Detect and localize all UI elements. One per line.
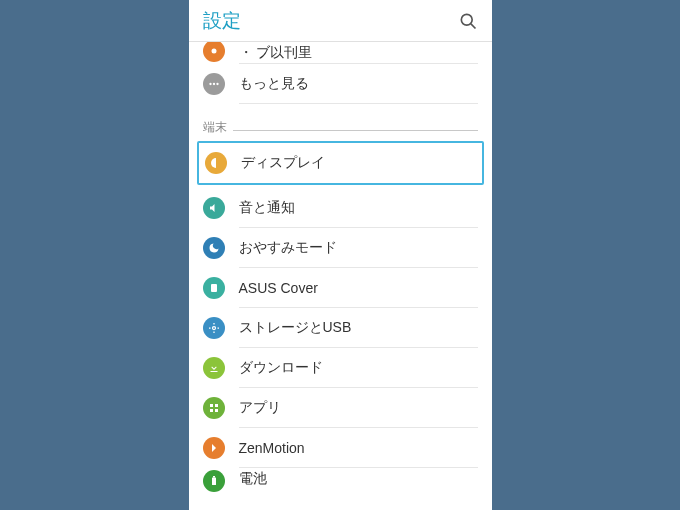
svg-point-2 bbox=[211, 49, 216, 54]
list-item-download[interactable]: ダウンロード bbox=[189, 348, 492, 388]
sound-icon bbox=[203, 197, 225, 219]
svg-rect-15 bbox=[215, 409, 218, 412]
item-label: ディスプレイ bbox=[241, 154, 325, 172]
svg-rect-6 bbox=[211, 284, 217, 292]
item-label: おやすみモード bbox=[239, 239, 337, 257]
cover-icon bbox=[203, 277, 225, 299]
list-item-storage[interactable]: ストレージとUSB bbox=[189, 308, 492, 348]
svg-rect-14 bbox=[210, 409, 213, 412]
storage-icon bbox=[203, 317, 225, 339]
item-label: ストレージとUSB bbox=[239, 319, 352, 337]
svg-rect-17 bbox=[213, 476, 215, 478]
apps-icon bbox=[203, 397, 225, 419]
page-title: 設定 bbox=[203, 8, 241, 34]
display-icon bbox=[205, 152, 227, 174]
item-label: ・ ブ以刊里 bbox=[239, 44, 313, 62]
section-label: 端末 bbox=[203, 119, 233, 136]
item-label: ダウンロード bbox=[239, 359, 323, 377]
item-label: アプリ bbox=[239, 399, 281, 417]
svg-rect-13 bbox=[215, 404, 218, 407]
download-icon bbox=[203, 357, 225, 379]
list-item-asus-cover[interactable]: ASUS Cover bbox=[189, 268, 492, 308]
item-label: もっと見る bbox=[239, 75, 309, 93]
item-label: ASUS Cover bbox=[239, 280, 318, 296]
list-item-sound[interactable]: 音と通知 bbox=[189, 188, 492, 228]
list-item-apps[interactable]: アプリ bbox=[189, 388, 492, 428]
list-item-display[interactable]: ディスプレイ bbox=[197, 141, 484, 185]
item-label: ZenMotion bbox=[239, 440, 305, 456]
moon-icon bbox=[203, 237, 225, 259]
svg-point-5 bbox=[216, 83, 218, 85]
battery-icon bbox=[203, 470, 225, 492]
header-bar: 設定 bbox=[189, 0, 492, 42]
svg-line-1 bbox=[470, 23, 475, 28]
more-icon bbox=[203, 73, 225, 95]
settings-screen: 設定 ・ ブ以刊里 もっと見る 端末 bbox=[189, 0, 492, 510]
list-item-dnd[interactable]: おやすみモード bbox=[189, 228, 492, 268]
item-icon bbox=[203, 42, 225, 62]
item-label: 音と通知 bbox=[239, 199, 295, 217]
svg-point-0 bbox=[461, 14, 472, 25]
search-icon[interactable] bbox=[458, 11, 478, 31]
svg-rect-12 bbox=[210, 404, 213, 407]
settings-list: ・ ブ以刊里 もっと見る 端末 ディスプレイ 音と通知 bbox=[189, 42, 492, 494]
list-item-partial-top[interactable]: ・ ブ以刊里 bbox=[189, 42, 492, 64]
svg-point-4 bbox=[212, 83, 214, 85]
svg-point-7 bbox=[212, 327, 215, 330]
svg-point-3 bbox=[209, 83, 211, 85]
list-item-zenmotion[interactable]: ZenMotion bbox=[189, 428, 492, 468]
item-label: 電池 bbox=[239, 470, 267, 488]
list-item-more[interactable]: もっと見る bbox=[189, 64, 492, 104]
section-header-device: 端末 bbox=[189, 110, 492, 138]
svg-rect-16 bbox=[212, 478, 216, 486]
zenmotion-icon bbox=[203, 437, 225, 459]
list-item-battery[interactable]: 電池 bbox=[189, 468, 492, 494]
